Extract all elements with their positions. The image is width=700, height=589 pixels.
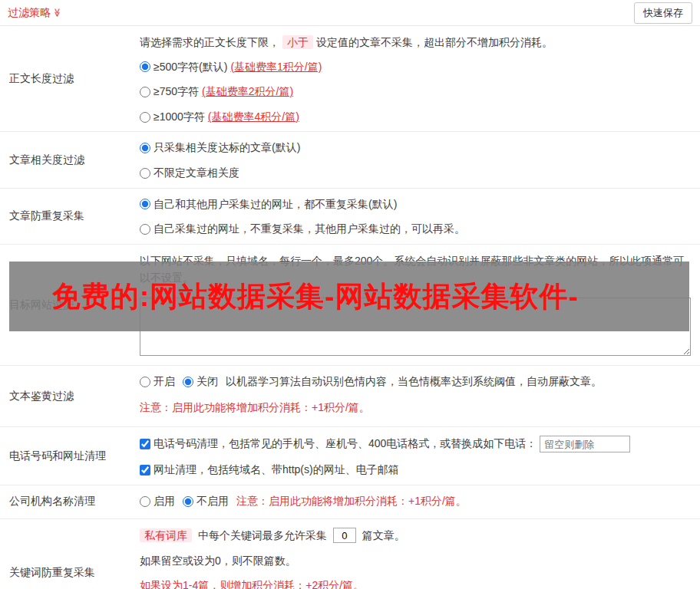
quick-save-button[interactable]: 快速保存 xyxy=(634,2,692,24)
company-clean-options: 启用 不启用 注意：启用此功能将增加积分消耗：+1积分/篇。 xyxy=(140,494,691,509)
section-dedup-filter: 文章防重复采集 自己和其他用户采集过的网址，都不重复采集(默认) 自己采集过的网… xyxy=(0,189,700,245)
radio-input-500[interactable] xyxy=(140,61,150,72)
radio-input-company-off[interactable] xyxy=(183,496,193,507)
radio-input-750[interactable] xyxy=(140,87,150,97)
radio-input-relevant-only[interactable] xyxy=(140,143,150,153)
option-label: 关闭 xyxy=(196,374,218,390)
porn-filter-options: 开启 关闭 以机器学习算法自动识别色情内容，当色情概率达到系统阈值，自动屏蔽文章… xyxy=(140,374,691,390)
replacement-phone-input[interactable] xyxy=(540,436,630,452)
page-title[interactable]: 过滤策略 ≫ xyxy=(8,6,62,20)
keyword-note-cost: 如果设为1-4篇，则增加积分消耗：+2积分/篇。 xyxy=(140,577,691,589)
header-bar: 过滤策略 ≫ 快速保存 xyxy=(0,0,700,26)
checkbox-option-phone-clean[interactable]: 电话号码清理，包括常见的手机号、座机号、400电话格式，或替换成如下电话： xyxy=(140,436,691,452)
option-label: 开启 xyxy=(154,374,175,390)
radio-option-dedup-self[interactable]: 自己采集过的网址，不重复采集，其他用户采集过的，可以再采。 xyxy=(140,222,691,237)
section-label: 正文长度过滤 xyxy=(0,26,135,131)
fee-note[interactable]: (基础费率2积分/篇) xyxy=(202,84,293,100)
option-label: ≥750字符 xyxy=(154,84,199,100)
radio-option-porn-off[interactable]: 关闭 xyxy=(183,374,218,390)
section-label: 文章防重复采集 xyxy=(0,189,135,244)
option-label: 只采集相关度达标的文章(默认) xyxy=(154,140,300,156)
ad-overlay-banner: 免费的:网站数据采集-网站数据采集软件- xyxy=(9,262,689,331)
section-label: 关键词防重复采集 xyxy=(0,519,135,589)
radio-input-1000[interactable] xyxy=(140,112,150,123)
radio-input-porn-on[interactable] xyxy=(140,377,150,387)
option-label: 不限定文章相关度 xyxy=(154,166,239,181)
fee-note[interactable]: (基础费率1积分/篇) xyxy=(230,60,322,75)
option-label: 自己和其他用户采集过的网址，都不重复采集(默认) xyxy=(154,197,397,212)
section-relevance-filter: 文章相关度过滤 只采集相关度达标的文章(默认) 不限定文章相关度 xyxy=(0,132,700,188)
porn-filter-desc: 以机器学习算法自动识别色情内容，当色情概率达到系统阈值，自动屏蔽文章。 xyxy=(226,374,602,390)
section-label: 文章相关度过滤 xyxy=(0,132,135,187)
radio-input-dedup-all[interactable] xyxy=(140,199,150,209)
option-label: 电话号码清理，包括常见的手机号、座机号、400电话格式，或替换成如下电话： xyxy=(154,436,537,452)
option-label: ≥1000字符 xyxy=(154,110,205,125)
section-label: 文本鉴黄过滤 xyxy=(0,366,135,426)
radio-option-750[interactable]: ≥750字符 (基础费率2积分/篇) xyxy=(140,84,691,100)
radio-input-porn-off[interactable] xyxy=(183,377,193,387)
radio-option-500[interactable]: ≥500字符(默认) (基础费率1积分/篇) xyxy=(140,60,691,75)
checkbox-input-phone-clean[interactable] xyxy=(140,439,150,449)
option-label: 启用 xyxy=(154,494,175,509)
section-company-clean: 公司机构名称清理 启用 不启用 注意：启用此功能将增加积分消耗：+1积分/篇。 xyxy=(0,485,700,519)
radio-input-company-on[interactable] xyxy=(140,496,150,507)
keyword-count-input[interactable] xyxy=(333,528,356,543)
radio-option-company-off[interactable]: 不启用 xyxy=(183,494,229,509)
length-filter-intro: 请选择需求的正文长度下限，小于设定值的文章不采集，超出部分不增加积分消耗。 xyxy=(140,35,691,51)
porn-filter-warning: 注意：启用此功能将增加积分消耗：+1积分/篇。 xyxy=(140,400,691,416)
section-keyword-dedup: 关键词防重复采集 私有词库 中每个关键词最多允许采集 篇文章。 如果留空或设为0… xyxy=(0,519,700,589)
section-phone-url-clean: 电话号码和网址清理 电话号码清理，包括常见的手机号、座机号、400电话格式，或替… xyxy=(0,427,700,485)
checkbox-input-url-clean[interactable] xyxy=(140,465,150,475)
section-porn-filter: 文本鉴黄过滤 开启 关闭 以机器学习算法自动识别色情内容，当色情概率达到系统阈值… xyxy=(0,366,700,427)
chevron-down-icon: ≫ xyxy=(53,8,61,18)
radio-input-no-limit[interactable] xyxy=(140,168,150,179)
option-label: 网址清理，包括纯域名、带http(s)的网址、电子邮箱 xyxy=(154,462,399,478)
radio-input-dedup-self[interactable] xyxy=(140,224,150,235)
keyword-limit-line: 私有词库 中每个关键词最多允许采集 篇文章。 xyxy=(140,528,691,545)
radio-option-dedup-all[interactable]: 自己和其他用户采集过的网址，都不重复采集(默认) xyxy=(140,197,691,212)
option-label: 不启用 xyxy=(196,494,229,509)
radio-option-1000[interactable]: ≥1000字符 (基础费率4积分/篇) xyxy=(140,110,691,125)
option-label: 自己采集过的网址，不重复采集，其他用户采集过的，可以再采。 xyxy=(154,222,465,237)
checkbox-option-url-clean[interactable]: 网址清理，包括纯域名、带http(s)的网址、电子邮箱 xyxy=(140,462,691,478)
highlight-less-than: 小于 xyxy=(282,35,313,49)
radio-option-no-limit[interactable]: 不限定文章相关度 xyxy=(140,166,691,181)
section-label: 公司机构名称清理 xyxy=(0,485,135,518)
page-title-text: 过滤策略 xyxy=(8,6,51,20)
ad-overlay-text: 免费的:网站数据采集-网站数据采集软件- xyxy=(52,278,579,316)
section-label: 电话号码和网址清理 xyxy=(0,427,135,485)
keyword-note-zero: 如果留空或设为0，则不限篇数。 xyxy=(140,553,691,570)
option-label: ≥500字符(默认) xyxy=(154,60,227,75)
fee-note[interactable]: (基础费率4积分/篇) xyxy=(208,110,299,125)
radio-option-porn-on[interactable]: 开启 xyxy=(140,374,175,390)
radio-option-relevant-only[interactable]: 只采集相关度达标的文章(默认) xyxy=(140,140,691,156)
private-lexicon-link[interactable]: 私有词库 xyxy=(140,528,192,542)
radio-option-company-on[interactable]: 启用 xyxy=(140,494,175,509)
section-length-filter: 正文长度过滤 请选择需求的正文长度下限，小于设定值的文章不采集，超出部分不增加积… xyxy=(0,26,700,132)
company-clean-warning: 注意：启用此功能将增加积分消耗：+1积分/篇。 xyxy=(236,494,467,509)
